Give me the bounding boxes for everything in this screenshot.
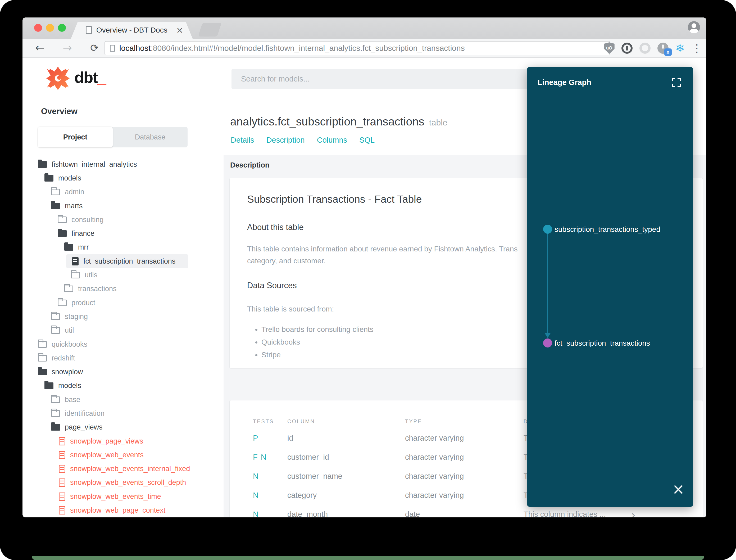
sidebar-item-util[interactable]: util [22,324,224,337]
url-host: localhost [119,44,151,52]
browser-menu-icon[interactable]: ⋮ [692,43,702,53]
test-badge: F N [253,453,267,462]
lineage-node-label[interactable]: fct_subscription_transactions [554,339,650,347]
folder-open-icon [64,244,73,251]
url-path: :8080/index.html#!/model/model.fishtown_… [151,44,464,52]
tree-label: snowplow_web_events [70,451,144,459]
project-tree: fishtown_internal_analytics models admin… [22,157,224,517]
sidebar-item-marts[interactable]: marts [22,199,224,213]
browser-tab[interactable]: Overview - DBT Docs × [71,22,193,39]
folder-open-icon [51,424,60,431]
back-button[interactable]: ← [35,39,44,57]
sidebar-item-finance[interactable]: finance [22,227,224,240]
tab-details[interactable]: Details [231,136,254,144]
sidebar-item-product[interactable]: product [22,296,224,310]
tab-sql[interactable]: SQL [359,136,374,144]
sidebar-item-quickbooks[interactable]: quickbooks [22,337,224,351]
test-badge: N [253,510,259,517]
sidebar-item-fishtown-internal-analytics[interactable]: fishtown_internal_analytics [22,157,224,171]
zoom-window-button[interactable] [58,24,66,32]
desktop-wallpaper-sliver [32,556,704,560]
tree-label: product [71,299,95,307]
profile-avatar-icon[interactable] [688,21,700,33]
tab-description[interactable]: Description [267,136,305,144]
lineage-edge-arrowhead-icon [545,333,550,338]
sidebar-item-models[interactable]: models [22,171,224,185]
folder-icon [58,300,67,306]
lineage-node-dot-current[interactable] [543,338,552,347]
new-tab-button[interactable] [198,23,222,37]
sidebar-item-staging[interactable]: staging [22,310,224,323]
extension-ring-icon[interactable] [639,43,651,54]
model-type-badge: table [429,118,447,127]
card-title: Subscription Transactions - Fact Table [247,193,422,205]
column-header-tests: TESTS [253,418,274,424]
sidebar-item-page-views[interactable]: page_views [22,421,224,434]
reload-button[interactable]: ⟳ [90,39,99,57]
sidebar-item-base[interactable]: base [22,393,224,407]
sidebar-item-snowplow-web-events-internal-fixed[interactable]: snowplow_web_events_internal_fixed [22,462,224,476]
sidebar-item-identification[interactable]: identification [22,407,224,420]
tab-columns[interactable]: Columns [317,136,347,144]
column-description: This column indicates ... [523,510,606,517]
about-heading: About this table [247,223,304,232]
folder-open-icon [58,230,67,237]
lineage-graph-panel: Lineage Graph subscription_transactions_… [527,67,693,507]
sidebar-item-snowplow-page-views[interactable]: snowplow_page_views [22,434,224,448]
snowflake-extension-icon[interactable]: ❄ [675,43,685,54]
sidebar-item-fct-subscription-transactions[interactable]: fct_subscription_transactions [66,254,188,268]
sidebar-item-snowplow-models[interactable]: models [22,379,224,393]
sidebar-item-mrr[interactable]: mrr [22,241,224,254]
chevron-right-icon[interactable]: › [631,509,635,517]
sidebar-item-consulting[interactable]: consulting [22,213,224,227]
tab-project[interactable]: Project [38,127,113,147]
ublock-extension-icon[interactable]: uO [604,42,615,54]
lineage-node-dot-upstream[interactable] [543,225,552,234]
table-row[interactable]: N date_month date This column indicates … [230,510,703,517]
dbt-logo-icon[interactable] [46,66,70,91]
tree-label: snowplow [52,368,83,376]
folder-open-icon [38,161,47,168]
tree-label: staging [65,313,88,321]
tree-label: redshift [52,354,75,362]
sidebar-item-admin[interactable]: admin [22,185,224,199]
sidebar-item-snowplow-web-page-context[interactable]: snowplow_web_page_context [22,503,224,517]
sidebar: Overview Project Database fishtown_inter… [22,100,224,517]
sidebar-item-snowplow-web-events-scroll-depth[interactable]: snowplow_web_events_scroll_depth [22,476,224,490]
tree-label: snowplow_web_page_context [70,506,165,514]
column-type: character varying [405,434,464,442]
sidebar-item-utils[interactable]: utils [22,268,224,282]
tree-label: snowplow_web_events_time [70,493,161,501]
tree-label: marts [65,202,83,210]
page-favicon-icon [86,26,92,34]
sidebar-item-snowplow-web-events-time[interactable]: snowplow_web_events_time [22,490,224,503]
url-bar[interactable]: localhost:8080/index.html#!/model/model.… [105,41,610,55]
tree-label: base [65,396,80,404]
close-lineage-icon[interactable]: × [672,481,685,497]
minimize-window-button[interactable] [46,24,54,32]
dbt-logo-text[interactable]: dbt_ [74,68,106,87]
onepassword-extension-icon[interactable] [621,43,633,54]
power-extension-icon[interactable]: x [657,43,669,54]
tree-label: finance [71,229,94,238]
lineage-node-label[interactable]: subscription_transactions_typed [554,225,660,234]
folder-open-icon [38,369,47,375]
expand-fullscreen-icon[interactable] [671,77,681,88]
tab-database[interactable]: Database [113,127,188,147]
sidebar-item-snowplow-web-events[interactable]: snowplow_web_events [22,448,224,462]
column-type: character varying [405,472,464,481]
column-header-column: COLUMN [287,418,315,424]
description-section-heading: Description [230,161,270,169]
sidebar-item-transactions[interactable]: transactions [22,282,224,296]
about-paragraph-line2: category, and customer. [247,257,326,265]
forward-button[interactable]: → [63,39,72,57]
sidebar-item-redshift[interactable]: redshift [22,351,224,365]
dbt-logo-word: dbt [74,69,97,86]
tree-label: identification [65,409,105,418]
tab-close-icon[interactable]: × [176,22,183,39]
test-badge: N [253,491,259,500]
folder-icon [51,189,60,195]
sidebar-item-snowplow[interactable]: snowplow [22,365,224,379]
close-window-button[interactable] [34,24,42,32]
tree-label: transactions [78,285,117,293]
